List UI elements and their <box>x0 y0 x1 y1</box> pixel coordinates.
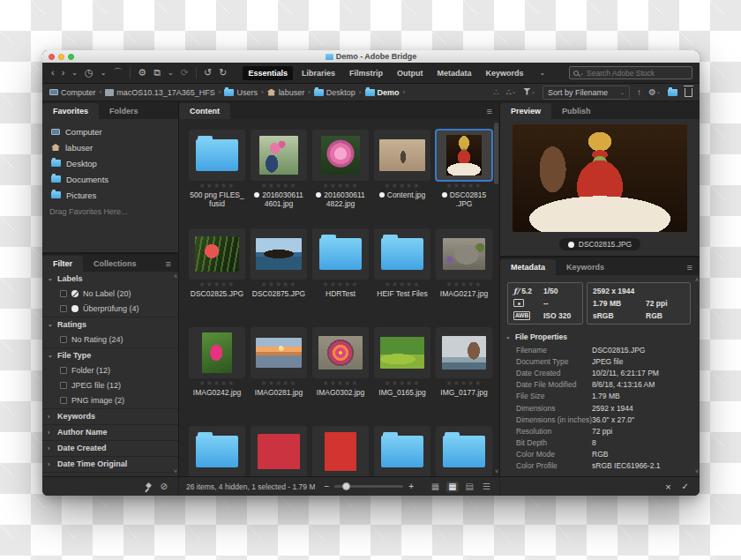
thumbnail-tile[interactable] <box>251 130 307 181</box>
thumbnail-tile[interactable] <box>251 327 307 378</box>
zoom-window-button[interactable] <box>68 54 74 60</box>
filter-rating-icon[interactable]: ∴⌄ <box>506 88 516 97</box>
get-photos-from-camera-icon[interactable]: ⚙ <box>134 68 150 78</box>
content-item-folder[interactable]: ★★★★★ <box>373 426 431 476</box>
property-value[interactable]: 8/6/18, 4:13:16 AM <box>592 380 655 389</box>
filter-section-header[interactable]: ›Date Modified <box>42 473 178 476</box>
workspace-tab-metadata[interactable]: Metadata <box>432 66 477 80</box>
rating-stars[interactable]: ★★★★★ <box>446 378 483 388</box>
rating-stars[interactable]: ★★★★★ <box>199 378 236 388</box>
clear-filter-icon[interactable]: ⊘ <box>161 482 168 491</box>
content-item-image[interactable]: ★★★★★IMAG0302.jpg <box>311 327 370 419</box>
content-item-image[interactable]: ★★★★★Content.jpg <box>373 130 431 221</box>
trash-icon[interactable] <box>685 88 692 97</box>
tab-favorites[interactable]: Favorites <box>42 103 99 119</box>
sync-icon[interactable]: ⟳ <box>177 68 192 78</box>
rating-stars[interactable]: ★★★★★ <box>446 181 483 190</box>
history-chevron-icon[interactable]: ⌄ <box>97 70 110 77</box>
breadcrumb-item[interactable]: Users <box>224 88 258 97</box>
checkbox[interactable] <box>60 305 67 312</box>
rating-stars[interactable]: ★★★★★ <box>385 181 421 190</box>
thumbnail-tile[interactable] <box>312 426 369 476</box>
breadcrumb-item[interactable]: Desktop <box>314 88 356 97</box>
thumbnail-tile[interactable] <box>312 130 369 181</box>
close-window-button[interactable] <box>49 54 55 60</box>
scroll-down-icon[interactable]: ˅ <box>495 468 498 474</box>
back-icon[interactable]: ‹ <box>48 68 58 78</box>
filter-scrollbar[interactable]: ˄ ˅ <box>172 273 177 474</box>
content-item-image[interactable]: ★★★★★IMAG0242.jpg <box>188 327 246 419</box>
forward-icon[interactable]: › <box>58 68 69 78</box>
rotate-right-icon[interactable]: ↻ <box>215 68 230 78</box>
thumbnail-tile[interactable] <box>189 130 245 181</box>
rating-stars[interactable]: ★★★★★ <box>446 280 483 289</box>
filter-row[interactable]: No Label (20) <box>42 287 178 302</box>
search-input[interactable]: ⌄ Search Adobe Stock <box>569 66 692 79</box>
property-value[interactable]: 2592 x 1944 <box>592 404 633 413</box>
content-item-image[interactable]: ★★★★★20160306114822.jpg <box>311 130 370 221</box>
rating-stars[interactable]: ★★★★★ <box>323 378 359 388</box>
thumbnail-tile[interactable] <box>436 228 492 280</box>
file-properties-header[interactable]: ⌄ File Properties <box>500 330 700 344</box>
thumbnail-view-icon[interactable]: ▦ <box>446 482 458 492</box>
rating-stars[interactable]: ★★★★★ <box>199 181 236 190</box>
property-value[interactable]: sRGB IEC61966-2.1 <box>592 461 660 470</box>
rating-stars[interactable]: ★★★★★ <box>199 280 236 289</box>
thumbnail-tile[interactable] <box>374 228 430 280</box>
tab-keywords[interactable]: Keywords <box>556 259 615 275</box>
filter-row[interactable]: Folder (12) <box>42 363 178 378</box>
content-menu-icon[interactable]: ≡ <box>487 106 499 119</box>
checkbox[interactable] <box>60 336 67 343</box>
property-value[interactable]: DSC02815.JPG <box>592 346 645 355</box>
checkbox[interactable] <box>60 290 67 297</box>
content-item-folder[interactable]: ★★★★★500 png FILES_fusid <box>188 130 246 221</box>
thumbnail-tile[interactable] <box>436 327 492 378</box>
sidebar-item-pictures[interactable]: Pictures <box>42 187 178 203</box>
content-item-image[interactable]: ★★★★★IMAG0281.jpg <box>250 327 308 419</box>
rating-stars[interactable]: ★★★★★ <box>385 378 421 388</box>
history-icon[interactable]: ◷ <box>81 68 97 78</box>
filter-section-header[interactable]: ›Date Created <box>42 441 178 456</box>
duplicate-icon[interactable]: ⧉ <box>150 68 164 78</box>
sort-dropdown[interactable]: Sort by Filename⌄ <box>543 86 630 100</box>
content-item-folder[interactable]: ★★★★★ <box>435 426 493 476</box>
preview-image[interactable] <box>513 124 687 232</box>
apply-metadata-icon[interactable]: ✓ <box>682 482 689 491</box>
rating-stars[interactable]: ★★★★★ <box>261 181 297 190</box>
cancel-metadata-icon[interactable]: × <box>665 482 670 492</box>
thumbnail-tile[interactable] <box>312 228 369 280</box>
scrollbar-thumb[interactable] <box>494 123 498 184</box>
rating-stars[interactable]: ★★★★★ <box>261 378 297 388</box>
metadata-menu-icon[interactable]: ≡ <box>687 262 700 275</box>
thumbnail-tile[interactable] <box>374 327 430 378</box>
tab-filter[interactable]: Filter <box>42 256 83 272</box>
property-value[interactable]: 72 ppi <box>592 427 612 436</box>
metadata-scrollbar[interactable]: ˄ ˅ <box>693 277 699 474</box>
new-folder-icon[interactable] <box>668 89 677 96</box>
workspace-tab-output[interactable]: Output <box>392 66 429 80</box>
rating-stars[interactable]: ★★★★★ <box>323 181 359 190</box>
filter-section-header[interactable]: ⌄Ratings <box>42 317 178 332</box>
thumbnail-tile[interactable] <box>189 426 245 476</box>
rating-stars[interactable]: ★★★★★ <box>323 280 359 289</box>
rating-stars[interactable]: ★★★★★ <box>385 280 421 289</box>
property-value[interactable]: RGB <box>592 450 608 459</box>
thumbnail-tile[interactable] <box>436 426 492 476</box>
filter-row[interactable]: PNG image (2) <box>42 393 178 408</box>
property-value[interactable]: 10/2/11, 6:21:17 PM <box>592 369 659 377</box>
boomerang-icon[interactable]: ⌒ <box>109 68 126 78</box>
filter-section-header[interactable]: ›Keywords <box>42 409 178 424</box>
filter-row[interactable]: Überprüfung (4) <box>42 302 178 317</box>
filter-section-header[interactable]: ›Author Name <box>42 425 178 440</box>
filter-rating-low-icon[interactable]: ∴ <box>493 88 498 97</box>
list-view-icon[interactable]: ☰ <box>481 482 492 492</box>
content-item-image[interactable]: ★★★★★IMG_0165.jpg <box>373 327 431 419</box>
slider-knob[interactable] <box>342 482 350 490</box>
thumbnail-tile[interactable] <box>374 426 430 476</box>
content-item-image[interactable]: ★★★★★ <box>250 426 308 476</box>
search-chevron-icon[interactable]: ⌄ <box>580 70 584 76</box>
rating-stars[interactable]: ★★★★★ <box>261 280 297 289</box>
thumbnail-tile[interactable] <box>189 327 245 378</box>
content-item-image[interactable]: ★★★★★DSC02875.JPG <box>250 228 308 320</box>
filter-section-header[interactable]: ⌄Labels <box>42 272 178 287</box>
